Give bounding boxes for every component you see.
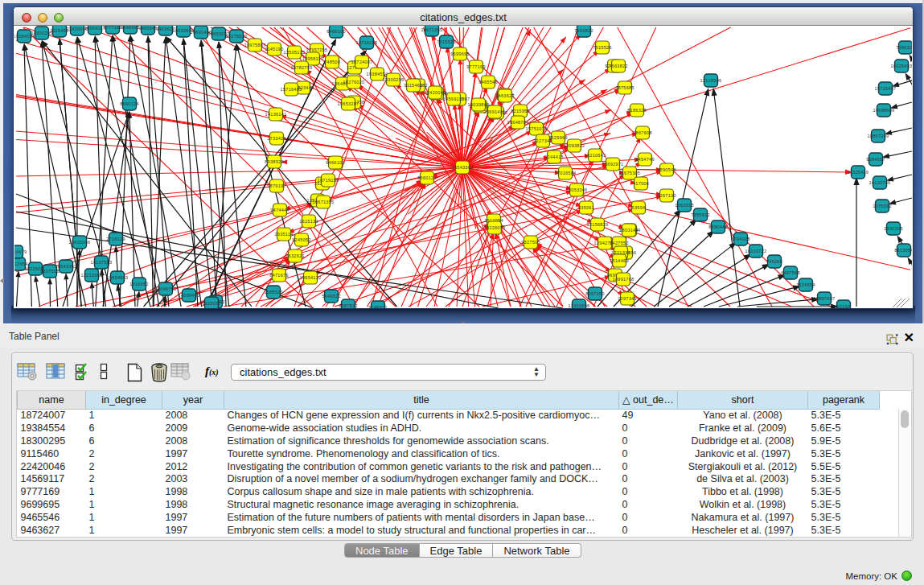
svg-text:12156829: 12156829	[587, 222, 609, 227]
svg-text:9890546: 9890546	[657, 167, 676, 172]
svg-text:14136141: 14136141	[265, 112, 287, 117]
svg-text:9699695: 9699695	[121, 26, 140, 30]
svg-text:15720407: 15720407	[875, 86, 897, 91]
svg-text:10991768: 10991768	[613, 277, 634, 282]
svg-text:16210643: 16210643	[585, 153, 606, 158]
svg-text:9474444: 9474444	[270, 208, 290, 212]
svg-text:10654122: 10654122	[300, 275, 322, 280]
svg-text:8938923: 8938923	[265, 159, 284, 164]
svg-text:6466100: 6466100	[326, 29, 346, 34]
svg-text:3267130: 3267130	[657, 193, 676, 198]
svg-text:9327505: 9327505	[521, 240, 540, 245]
svg-text:9327505: 9327505	[40, 269, 60, 274]
svg-text:16120746: 16120746	[869, 180, 891, 185]
svg-text:9146821: 9146821	[368, 305, 388, 308]
svg-text:2867608: 2867608	[633, 130, 652, 135]
svg-text:19654953: 19654953	[107, 275, 129, 280]
svg-text:7632621: 7632621	[285, 253, 305, 258]
svg-text:10688609: 10688609	[873, 108, 895, 113]
svg-text:2330205: 2330205	[884, 226, 903, 231]
svg-text:9245052: 9245052	[292, 237, 311, 242]
svg-text:9463627: 9463627	[495, 93, 515, 98]
svg-text:3875685: 3875685	[615, 85, 634, 90]
svg-text:16033809: 16033809	[468, 102, 490, 107]
svg-text:10975887: 10975887	[244, 43, 266, 47]
svg-text:9465546: 9465546	[138, 26, 158, 31]
svg-text:16782759: 16782759	[291, 65, 313, 70]
svg-text:15276020: 15276020	[343, 80, 365, 84]
svg-text:13226058: 13226058	[484, 225, 506, 230]
svg-text:10653287: 10653287	[338, 101, 359, 106]
svg-text:18300295: 18300295	[383, 77, 405, 82]
svg-text:1244415: 1244415	[544, 154, 564, 159]
svg-text:10807487: 10807487	[814, 296, 836, 301]
svg-text:12218506: 12218506	[700, 78, 722, 83]
svg-text:16543362: 16543362	[452, 165, 474, 170]
svg-text:12505135: 12505135	[284, 50, 306, 55]
svg-text:8471676: 8471676	[269, 273, 289, 278]
svg-text:7986322: 7986322	[896, 45, 912, 50]
svg-text:9084067: 9084067	[866, 157, 885, 162]
svg-text:1362615: 1362615	[675, 203, 694, 208]
svg-text:19958117: 19958117	[302, 56, 323, 61]
svg-text:6497568: 6497568	[781, 270, 800, 275]
svg-text:18724007: 18724007	[351, 60, 373, 64]
svg-text:10046766: 10046766	[155, 286, 177, 291]
svg-text:62160: 62160	[837, 304, 851, 308]
svg-text:23420046: 23420046	[69, 240, 91, 245]
svg-text:1588520: 1588520	[264, 290, 283, 295]
svg-text:6794028: 6794028	[731, 237, 750, 241]
svg-text:18807249: 18807249	[868, 134, 889, 138]
svg-text:12093822: 12093822	[564, 143, 585, 148]
svg-text:1145190: 1145190	[265, 47, 283, 51]
svg-text:11325419: 11325419	[848, 170, 869, 175]
svg-text:10025453: 10025453	[891, 64, 912, 68]
svg-text:9115460: 9115460	[404, 83, 422, 88]
svg-text:1733426: 1733426	[267, 136, 286, 141]
svg-text:8186328: 8186328	[627, 108, 647, 113]
svg-text:12353598: 12353598	[569, 303, 590, 308]
svg-text:8454749: 8454749	[635, 157, 655, 162]
svg-text:11675305: 11675305	[619, 171, 640, 175]
svg-text:8660124: 8660124	[417, 175, 437, 180]
svg-text:10671355: 10671355	[421, 27, 443, 32]
svg-text:1615132: 1615132	[299, 219, 318, 224]
svg-text:7515526: 7515526	[437, 39, 456, 44]
svg-text:5449822: 5449822	[322, 294, 341, 299]
svg-text:9777169: 9777169	[103, 26, 122, 30]
svg-text:10719155: 10719155	[356, 40, 378, 45]
svg-text:6466100: 6466100	[326, 160, 345, 165]
svg-text:15751074: 15751074	[526, 126, 548, 131]
svg-text:16543362: 16543362	[55, 264, 77, 269]
svg-text:10671355: 10671355	[313, 200, 335, 204]
svg-text:16107553: 16107553	[91, 260, 113, 265]
svg-text:746266: 746266	[766, 259, 782, 264]
svg-text:18300295: 18300295	[31, 31, 53, 35]
svg-text:6879197: 6879197	[267, 183, 286, 188]
svg-text:8813054: 8813054	[894, 248, 912, 253]
svg-text:9699695: 9699695	[450, 51, 470, 56]
svg-text:2935114: 2935114	[274, 232, 293, 237]
svg-text:15692971: 15692971	[602, 162, 624, 167]
svg-text:1916682: 1916682	[129, 282, 149, 286]
svg-text:16210722: 16210722	[745, 249, 767, 253]
svg-text:8660124: 8660124	[120, 101, 139, 106]
svg-text:3624554: 3624554	[796, 282, 815, 287]
svg-text:20691406: 20691406	[484, 109, 506, 114]
svg-text:7515526: 7515526	[593, 45, 612, 50]
svg-text:22420046: 22420046	[425, 90, 446, 95]
svg-text:1075692: 1075692	[873, 204, 892, 208]
svg-text:14569117: 14569117	[443, 97, 464, 101]
svg-text:417006: 417006	[633, 181, 649, 186]
svg-text:9227342: 9227342	[533, 138, 552, 143]
svg-text:1514469: 1514469	[610, 258, 629, 263]
svg-text:9465546: 9465546	[478, 80, 498, 84]
svg-text:8427552: 8427552	[610, 241, 629, 245]
svg-text:10719155: 10719155	[318, 178, 339, 183]
svg-text:16648784: 16648784	[507, 120, 529, 125]
svg-text:15276020: 15276020	[226, 34, 248, 39]
svg-text:14099463: 14099463	[179, 293, 200, 298]
svg-text:16914479: 16914479	[14, 249, 27, 254]
svg-text:15716485: 15716485	[281, 87, 302, 92]
svg-text:19384554: 19384554	[367, 72, 388, 76]
